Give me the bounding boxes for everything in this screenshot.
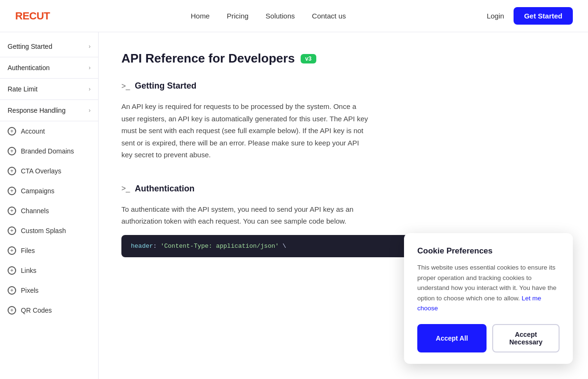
plus-icon: + [8,266,16,275]
section-heading-row: >_ Getting Started [121,81,565,91]
plus-icon: + [8,246,16,255]
sidebar-section-label: Rate Limit [8,85,37,93]
sidebar-item-account[interactable]: + Account [0,121,98,141]
navbar: RECUT Home Pricing Solutions Contact us … [0,0,588,32]
sidebar-section-getting-started: Getting Started › [0,36,98,57]
sidebar-item-campaigns[interactable]: + Campaigns [0,181,98,201]
login-button[interactable]: Login [487,12,504,20]
plus-icon: + [8,147,16,155]
sidebar: Getting Started › Authentication › Rate … [0,32,99,379]
sidebar-item-label: Links [21,267,37,274]
sidebar-section-header-response-handling[interactable]: Response Handling › [0,100,98,121]
code-value: 'Content-Type: application/json' [160,243,279,250]
plus-icon: + [8,187,16,195]
sidebar-item-branded-domains[interactable]: + Branded Domains [0,141,98,161]
sidebar-item-files[interactable]: + Files [0,241,98,261]
sidebar-item-pixels[interactable]: + Pixels [0,280,98,300]
sidebar-section-authentication: Authentication › [0,57,98,79]
terminal-icon: >_ [121,82,130,90]
sidebar-item-label: CTA Overlays [21,167,61,175]
plus-icon: + [8,127,16,135]
nav-link-pricing[interactable]: Pricing [227,12,248,20]
plus-icon: + [8,167,16,175]
plus-icon: + [8,226,16,235]
get-started-button[interactable]: Get Started [514,7,573,25]
sidebar-item-label: QR Codes [21,307,52,314]
section-heading-row-auth: >_ Authentication [121,184,565,194]
sidebar-section-label: Getting Started [8,43,52,50]
sidebar-section-header-authentication[interactable]: Authentication › [0,57,98,78]
cookie-banner: Cookie Preferences This website uses ess… [404,233,573,364]
cookie-actions: Accept All Accept Necessary [417,324,560,352]
sidebar-item-links[interactable]: + Links [0,261,98,280]
code-key: header [131,243,153,250]
accept-all-button[interactable]: Accept All [417,324,487,352]
plus-icon: + [8,286,16,295]
version-badge: v3 [301,54,316,63]
chevron-right-icon: › [89,64,91,71]
accept-necessary-button[interactable]: Accept Necessary [492,324,560,352]
sidebar-section-response-handling: Response Handling › [0,100,98,121]
sidebar-item-label: Campaigns [21,187,55,195]
sidebar-section-header-rate-limit[interactable]: Rate Limit › [0,79,98,99]
sidebar-section-rate-limit: Rate Limit › [0,79,98,100]
chevron-right-icon: › [89,86,91,92]
sidebar-item-label: Account [21,127,45,135]
cookie-body: This website uses essential cookies to e… [417,262,560,314]
nav-link-contact[interactable]: Contact us [312,12,346,20]
sidebar-item-qr-codes[interactable]: + QR Codes [0,300,98,320]
section-heading-getting-started: Getting Started [135,81,196,91]
sidebar-section-header-getting-started[interactable]: Getting Started › [0,36,98,57]
navbar-links: Home Pricing Solutions Contact us [191,12,346,20]
section-body-getting-started: An API key is required for requests to b… [121,100,368,161]
chevron-right-icon: › [89,43,91,50]
sidebar-item-label: Custom Splash [21,227,66,235]
sidebar-item-label: Pixels [21,287,38,294]
section-body-authentication: To authenticate with the API system, you… [121,203,368,227]
sidebar-item-custom-splash[interactable]: + Custom Splash [0,221,98,241]
navbar-actions: Login Get Started [487,7,573,25]
sidebar-section-label: Authentication [8,64,50,72]
sidebar-item-cta-overlays[interactable]: + CTA Overlays [0,161,98,181]
logo-text: RECUT [15,10,50,22]
cookie-title: Cookie Preferences [417,246,560,256]
plus-icon: + [8,207,16,215]
logo: RECUT [15,10,50,22]
sidebar-item-channels[interactable]: + Channels [0,201,98,221]
sidebar-item-label: Channels [21,207,49,215]
chevron-right-icon: › [89,107,91,114]
nav-link-solutions[interactable]: Solutions [266,12,295,20]
sidebar-item-label: Branded Domains [21,147,74,155]
section-heading-authentication: Authentication [135,184,194,194]
page-title-row: API Reference for Developers v3 [121,51,565,66]
sidebar-item-label: Files [21,247,35,254]
page-title: API Reference for Developers [121,51,295,66]
terminal-icon-auth: >_ [121,184,130,193]
plus-icon: + [8,306,16,315]
sidebar-section-label: Response Handling [8,107,65,114]
nav-link-home[interactable]: Home [191,12,210,20]
section-getting-started: >_ Getting Started An API key is require… [121,81,565,161]
